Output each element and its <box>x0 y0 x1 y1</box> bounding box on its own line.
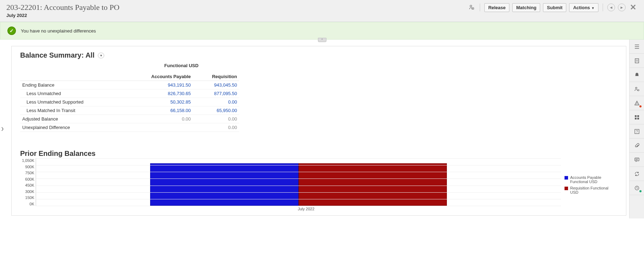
user-assignment-icon[interactable] <box>468 4 475 11</box>
row-value-ap[interactable]: 943,191.50 <box>124 81 193 89</box>
rail-grid-icon[interactable] <box>630 110 644 124</box>
row-value-ap[interactable]: 66,158.00 <box>124 106 193 115</box>
rail-bell-icon[interactable] <box>630 68 644 82</box>
rail-document-icon[interactable] <box>630 54 644 68</box>
table-row: Less Matched In Transit66,158.0065,950.0… <box>20 106 239 115</box>
svg-rect-2 <box>635 59 639 63</box>
legend-item[interactable]: Requisition Functional USD <box>565 186 618 194</box>
table-row: Ending Balance943,191.50943,045.50 <box>20 81 239 89</box>
chart-area: 1,050K900K750K600K450K300K150K0K July 20… <box>20 158 618 211</box>
header-bar: 203-22201: Accounts Payable to PO July 2… <box>0 0 644 22</box>
matching-button[interactable]: Matching <box>512 3 540 12</box>
row-value-req: 0.00 <box>193 123 239 132</box>
row-value-req: 0.00 <box>193 115 239 123</box>
row-value-ap: 0.00 <box>124 115 193 123</box>
row-label: Less Unmatched <box>20 89 124 98</box>
row-value-req[interactable]: 943,045.50 <box>193 81 239 89</box>
balance-summary-table: Functional USD Accounts Payable Requisit… <box>20 62 239 132</box>
svg-rect-9 <box>637 118 639 119</box>
row-value-req[interactable]: 0.00 <box>193 98 239 106</box>
main-layout: Balance Summary: All ▾ Functional USD Ac… <box>0 40 644 218</box>
rail-user-icon[interactable] <box>630 82 644 96</box>
table-row: Adjusted Balance0.000.00 <box>20 115 239 123</box>
collapse-banner-handle[interactable]: ⌃ <box>318 38 326 42</box>
svg-rect-8 <box>635 118 637 119</box>
row-value-ap[interactable]: 826,730.65 <box>124 89 193 98</box>
y-tick: 1,050K <box>20 158 34 163</box>
bar-accounts-payable[interactable] <box>150 163 299 206</box>
banner-message: You have no unexplained differences <box>21 28 96 34</box>
success-check-icon: ✓ <box>7 27 16 35</box>
y-tick: 900K <box>20 165 34 169</box>
chart-plot <box>36 158 561 206</box>
svg-point-0 <box>470 5 472 7</box>
caret-down-icon: ▼ <box>591 6 595 10</box>
rail-help-icon[interactable]: ? <box>630 124 644 139</box>
prev-record-button[interactable]: ◄ <box>607 4 615 11</box>
chart-legend: Accounts Payable Functional USDRequisiti… <box>561 158 618 211</box>
row-label: Unexplained Difference <box>20 123 124 132</box>
row-label: Ending Balance <box>20 81 124 89</box>
page-title: 203-22201: Accounts Payable to PO <box>6 3 468 12</box>
rail-alert-icon[interactable] <box>630 96 644 110</box>
y-tick: 300K <box>20 189 34 194</box>
summary-scope-dropdown[interactable]: ▾ <box>98 53 104 58</box>
action-area: Release Matching Submit Actions▼ ◄ ► ✕ <box>468 3 638 12</box>
chart-x-axis: July 2022 <box>51 207 561 211</box>
rail-list-icon[interactable] <box>630 40 644 54</box>
legend-swatch <box>565 187 568 190</box>
chart-title: Prior Ending Balances <box>20 150 618 158</box>
rail-refresh-icon[interactable] <box>630 167 644 181</box>
page-period: July 2022 <box>6 13 468 18</box>
legend-swatch <box>565 176 568 180</box>
title-area: 203-22201: Accounts Payable to PO July 2… <box>6 3 468 18</box>
svg-point-4 <box>638 89 639 91</box>
y-tick: 0K <box>20 202 34 206</box>
legend-label: Requisition Functional USD <box>570 186 618 194</box>
source-header-ap: Accounts Payable <box>124 72 193 81</box>
row-value-req[interactable]: 65,950.00 <box>193 106 239 115</box>
row-label: Less Matched In Transit <box>20 106 124 115</box>
row-value-ap <box>124 123 193 132</box>
main-card: Balance Summary: All ▾ Functional USD Ac… <box>11 46 626 216</box>
separator <box>603 4 603 11</box>
svg-rect-7 <box>637 115 639 117</box>
release-button[interactable]: Release <box>484 3 509 12</box>
submit-button[interactable]: Submit <box>543 3 566 12</box>
row-label: Adjusted Balance <box>20 115 124 123</box>
svg-rect-12 <box>635 158 639 161</box>
expand-left-panel-handle[interactable] <box>0 40 5 218</box>
rail-clock-icon[interactable] <box>630 181 644 195</box>
legend-item[interactable]: Accounts Payable Functional USD <box>565 175 618 184</box>
y-tick: 600K <box>20 177 34 181</box>
y-tick: 450K <box>20 183 34 187</box>
svg-point-5 <box>637 104 637 105</box>
table-row: Less Unmatched826,730.65877,095.50 <box>20 89 239 98</box>
row-value-ap[interactable]: 50,302.85 <box>124 98 193 106</box>
row-value-req[interactable]: 877,095.50 <box>193 89 239 98</box>
svg-rect-6 <box>635 115 637 117</box>
y-tick: 150K <box>20 195 34 200</box>
currency-header: Functional USD <box>124 62 239 70</box>
svg-point-3 <box>635 87 637 88</box>
bar-requisition[interactable] <box>299 163 447 206</box>
status-banner: ✓ You have no unexplained differences ⌃ <box>0 22 644 40</box>
svg-text:?: ? <box>636 130 638 134</box>
source-header-req: Requisition <box>193 72 239 81</box>
balance-summary-title: Balance Summary: All ▾ <box>20 51 618 59</box>
table-row: Unexplained Difference0.00 <box>20 123 239 132</box>
rail-attachment-icon[interactable] <box>630 139 644 153</box>
y-tick: 750K <box>20 171 34 175</box>
table-row: Less Unmatched Supported50,302.850.00 <box>20 98 239 106</box>
close-button[interactable]: ✕ <box>628 3 638 12</box>
actions-dropdown[interactable]: Actions▼ <box>569 3 598 12</box>
row-label: Less Unmatched Supported <box>20 98 124 106</box>
legend-label: Accounts Payable Functional USD <box>570 175 618 184</box>
rail-comment-icon[interactable] <box>630 153 644 167</box>
chart-y-axis: 1,050K900K750K600K450K300K150K0K <box>20 158 36 206</box>
right-rail: ? <box>629 40 644 218</box>
separator <box>480 4 480 11</box>
next-record-button[interactable]: ► <box>618 4 626 11</box>
